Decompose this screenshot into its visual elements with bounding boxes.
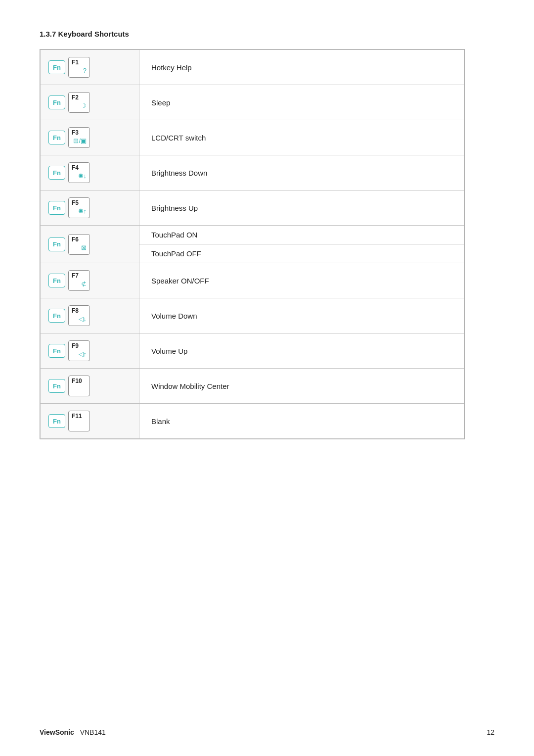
fkey-icon: ⊠	[81, 244, 87, 251]
key-combo: Fn F10	[48, 376, 131, 396]
key-cell-f6: Fn F6 ⊠	[41, 226, 139, 263]
fkey-icon: ◁↑	[79, 350, 87, 358]
fn-key: Fn	[48, 309, 65, 323]
desc-cell-f3: LCD/CRT switch	[139, 120, 464, 155]
desc-row-1: TouchPad ON	[139, 226, 464, 244]
key-cell-f5: Fn F5 ✺↑	[41, 190, 139, 226]
key-combo: Fn F2 ☽	[48, 92, 131, 113]
page-number: 12	[487, 728, 494, 736]
model-name: VNB141	[80, 728, 106, 736]
key-combo: Fn F9 ◁↑	[48, 340, 131, 361]
fn-key: Fn	[48, 344, 65, 358]
table-row: Fn F10 Window Mobility Center	[41, 369, 464, 404]
footer-branding: ViewSonic VNB141	[40, 728, 106, 736]
desc-cell-f2: Sleep	[139, 85, 464, 120]
shortcuts-table: Fn F1 ? Hotkey Help Fn F2 ☽ Sleep Fn F3 …	[40, 49, 465, 439]
key-combo: Fn F11	[48, 411, 131, 431]
fkey-f9: F9 ◁↑	[68, 340, 90, 361]
fkey-icon: ?	[83, 67, 87, 74]
fkey-label: F5	[72, 199, 79, 206]
table-row: Fn F9 ◁↑ Volume Up	[41, 333, 464, 369]
fkey-f1: F1 ?	[68, 57, 90, 78]
table-row: Fn F8 ◁↓ Volume Down	[41, 298, 464, 333]
table-row: Fn F3 ⊟/▣ LCD/CRT switch	[41, 120, 464, 155]
key-cell-f8: Fn F8 ◁↓	[41, 298, 139, 333]
desc-cell-f4: Brightness Down	[139, 155, 464, 190]
key-cell-f3: Fn F3 ⊟/▣	[41, 120, 139, 155]
fkey-icon: ✺↓	[78, 172, 87, 180]
fkey-f10: F10	[68, 376, 90, 396]
desc-cell-f10: Window Mobility Center	[139, 369, 464, 404]
key-cell-f4: Fn F4 ✺↓	[41, 155, 139, 190]
fkey-f3: F3 ⊟/▣	[68, 127, 90, 148]
brand-name: ViewSonic	[40, 728, 74, 736]
table-row: Fn F11 Blank	[41, 404, 464, 439]
key-combo: Fn F5 ✺↑	[48, 197, 131, 218]
desc-row-2: TouchPad OFF	[139, 244, 464, 263]
fkey-f7: F7 ⊄	[68, 270, 90, 291]
fkey-f8: F8 ◁↓	[68, 305, 90, 326]
desc-cell-f9: Volume Up	[139, 333, 464, 369]
table-row: Fn F6 ⊠ TouchPad ON TouchPad OFF	[41, 226, 464, 263]
fn-key: Fn	[48, 237, 65, 251]
fn-key: Fn	[48, 95, 65, 109]
desc-cell-f1: Hotkey Help	[139, 50, 464, 85]
fkey-label: F7	[72, 272, 79, 279]
fkey-f6: F6 ⊠	[68, 234, 90, 255]
fn-key: Fn	[48, 60, 65, 74]
fkey-f2: F2 ☽	[68, 92, 90, 113]
fkey-label: F1	[72, 59, 79, 66]
key-combo: Fn F4 ✺↓	[48, 162, 131, 183]
table-row: Fn F7 ⊄ Speaker ON/OFF	[41, 263, 464, 298]
fn-key: Fn	[48, 414, 65, 428]
fkey-icon: ⊟/▣	[73, 137, 87, 144]
key-cell-f7: Fn F7 ⊄	[41, 263, 139, 298]
fkey-icon: ☽	[81, 102, 87, 109]
fkey-f5: F5 ✺↑	[68, 197, 90, 218]
fkey-label: F8	[72, 307, 79, 314]
fkey-icon: ◁↓	[79, 315, 87, 323]
key-combo: Fn F1 ?	[48, 57, 131, 78]
key-cell-f1: Fn F1 ?	[41, 50, 139, 85]
page-content: 1.3.7 Keyboard Shortcuts Fn F1 ? Hotkey …	[0, 0, 534, 469]
desc-cell-f5: Brightness Up	[139, 190, 464, 226]
key-combo: Fn F3 ⊟/▣	[48, 127, 131, 148]
desc-cell-f11: Blank	[139, 404, 464, 439]
fn-key: Fn	[48, 166, 65, 180]
fkey-label: F4	[72, 164, 79, 171]
fkey-label: F10	[72, 378, 82, 384]
fn-key: Fn	[48, 201, 65, 215]
desc-cell-f7: Speaker ON/OFF	[139, 263, 464, 298]
desc-cell-f8: Volume Down	[139, 298, 464, 333]
table-row: Fn F4 ✺↓ Brightness Down	[41, 155, 464, 190]
key-combo: Fn F6 ⊠	[48, 234, 131, 255]
fkey-icon: ✺↑	[78, 207, 87, 215]
fkey-label: F6	[72, 236, 79, 243]
table-row: Fn F1 ? Hotkey Help	[41, 50, 464, 85]
fkey-label: F3	[72, 129, 79, 136]
key-combo: Fn F8 ◁↓	[48, 305, 131, 326]
key-combo: Fn F7 ⊄	[48, 270, 131, 291]
fn-key: Fn	[48, 131, 65, 144]
page-footer: ViewSonic VNB141 12	[40, 728, 494, 736]
desc-cell-double-f6: TouchPad ON TouchPad OFF	[139, 226, 464, 263]
section-title: 1.3.7 Keyboard Shortcuts	[40, 30, 494, 38]
fkey-icon: ⊄	[81, 280, 87, 287]
fkey-label: F9	[72, 342, 79, 349]
fkey-label: F2	[72, 94, 79, 101]
key-cell-f2: Fn F2 ☽	[41, 85, 139, 120]
fkey-label: F11	[72, 413, 82, 420]
key-cell-f9: Fn F9 ◁↑	[41, 333, 139, 369]
fn-key: Fn	[48, 379, 65, 393]
fkey-f11: F11	[68, 411, 90, 431]
key-cell-f10: Fn F10	[41, 369, 139, 404]
key-cell-f11: Fn F11	[41, 404, 139, 439]
table-row: Fn F5 ✺↑ Brightness Up	[41, 190, 464, 226]
table-row: Fn F2 ☽ Sleep	[41, 85, 464, 120]
fkey-f4: F4 ✺↓	[68, 162, 90, 183]
fn-key: Fn	[48, 274, 65, 287]
